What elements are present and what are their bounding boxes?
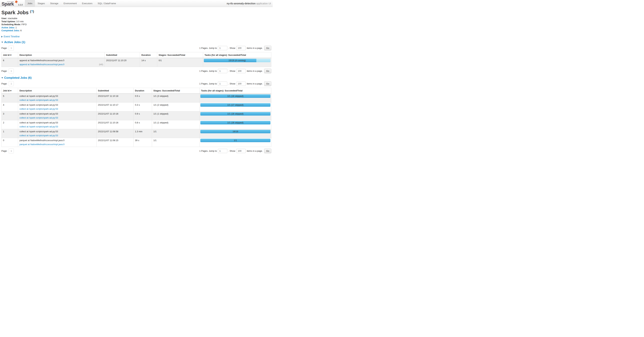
cell-job-id: 1	[2, 129, 18, 138]
go-button[interactable]: Go	[264, 69, 271, 73]
cell-submitted: 2022/11/07 11:08:15	[96, 138, 134, 147]
job-detail-link[interactable]: collect at /spark-scripts/spark-ad.py:53	[20, 116, 58, 119]
items-in-page-label: items in a page.	[247, 82, 263, 85]
job-detail-link[interactable]: collect at /spark-scripts/spark-ad.py:53	[20, 134, 58, 137]
active-jobs-section-title: Active Jobs (1)	[4, 40, 25, 44]
tab-jobs[interactable]: Jobs	[25, 0, 35, 7]
cell-duration: 0.9 s	[134, 111, 152, 120]
pagination-left: Page: 1	[2, 81, 14, 86]
summary-completed-jobs-link[interactable]: Completed Jobs:	[2, 29, 20, 32]
go-button[interactable]: Go	[264, 149, 271, 153]
column-header-tasks[interactable]: Tasks (for all stages): Succeeded/Total	[203, 52, 271, 58]
tab-executors[interactable]: Executors	[79, 0, 95, 7]
table-row-job-1: 1 collect at /spark-scripts/spark-ad.py:…	[2, 129, 271, 138]
page-number-button[interactable]: 1	[9, 81, 14, 86]
cell-description: collect at /spark-scripts/spark-ad.py:53…	[18, 93, 96, 102]
cell-tasks-progress: 1/1 (18 skipped)	[200, 93, 271, 102]
table-row-job-3: 3 collect at /spark-scripts/spark-ad.py:…	[2, 111, 271, 120]
cell-description: collect at /spark-scripts/spark-ad.py:53…	[18, 111, 96, 120]
cell-duration: 39 s	[134, 138, 152, 147]
tab-storage[interactable]: Storage	[48, 0, 61, 7]
cell-stages: 1/1 (1 skipped)	[152, 120, 200, 129]
cell-job-id: 2	[2, 120, 18, 129]
column-header-job-id[interactable]: Job Id ▾	[2, 52, 18, 58]
job-detail-link[interactable]: parquet at NativeMethodAccessorImpl.java…	[20, 143, 64, 146]
active-jobs-table: Job Id ▾ Description Submitted Duration …	[2, 52, 271, 67]
column-header-stages[interactable]: Stages: Succeeded/Total	[157, 52, 203, 58]
progress-label: 15/19 (4 running)	[204, 59, 270, 62]
page-title-text: Spark Jobs	[2, 10, 28, 15]
page-number-button[interactable]: 1	[9, 148, 14, 153]
job-detail-link[interactable]: collect at /spark-scripts/spark-ad.py:53	[20, 125, 58, 128]
cell-submitted: 2022/11/07 11:10:17	[96, 102, 134, 111]
cell-description: collect at /spark-scripts/spark-ad.py:53…	[18, 102, 96, 111]
show-label: . Show	[228, 150, 235, 152]
items-per-page-input[interactable]	[236, 69, 246, 73]
pagination-right: 1 Pages. Jump to . Show items in a page.…	[199, 46, 271, 50]
pagination-left: Page: 1	[2, 45, 14, 50]
cell-tasks-progress: 16/16	[200, 129, 271, 138]
column-header-duration[interactable]: Duration	[140, 52, 157, 58]
cell-duration: 0.3 s	[134, 102, 152, 111]
go-button[interactable]: Go	[264, 46, 271, 50]
column-header-duration[interactable]: Duration	[134, 88, 152, 93]
items-per-page-input[interactable]	[236, 149, 246, 153]
job-description-text: collect at /spark-scripts/spark-ad.py:53	[20, 130, 95, 133]
column-header-submitted[interactable]: Submitted	[96, 88, 134, 93]
column-header-description[interactable]: Description	[18, 88, 96, 93]
page-number-button[interactable]: 1	[9, 45, 14, 50]
column-header-stages[interactable]: Stages: Succeeded/Total	[152, 88, 200, 93]
tab-sql-dataframe[interactable]: SQL / DataFrame	[95, 0, 118, 7]
job-detail-link[interactable]: collect at /spark-scripts/spark-ad.py:53	[20, 108, 58, 110]
pagination-right: 1 Pages. Jump to . Show items in a page.…	[199, 69, 271, 73]
kill-job-link[interactable]: (kill)	[99, 63, 103, 66]
tasks-progress-bar: 16/16	[200, 130, 270, 133]
cell-tasks-progress: 15/19 (4 running)	[203, 58, 271, 67]
summary-active-jobs: Active Jobs: 1	[2, 26, 271, 29]
event-timeline-toggle[interactable]: Event Timeline	[2, 35, 271, 38]
tab-environment[interactable]: Environment	[61, 0, 80, 7]
table-row-active-job-6: 6 append at NativeMethodAccessorImpl.jav…	[2, 58, 271, 67]
column-header-job-id[interactable]: Job Id ▾	[2, 88, 18, 93]
cell-duration: 0.5 s	[134, 93, 152, 102]
pages-jump-label: 1 Pages. Jump to	[199, 70, 217, 72]
pages-jump-label: 1 Pages. Jump to	[199, 150, 217, 152]
pages-jump-label: 1 Pages. Jump to	[199, 82, 217, 85]
jump-to-page-input[interactable]	[218, 69, 227, 73]
cell-job-id: 0	[2, 138, 18, 147]
summary-active-jobs-link[interactable]: Active Jobs:	[2, 26, 15, 29]
help-question-mark: ?	[31, 10, 33, 13]
summary-user-label: User:	[2, 17, 7, 20]
column-header-description[interactable]: Description	[18, 52, 105, 58]
page-title: Spark Jobs (?)	[2, 10, 271, 15]
cell-description: collect at /spark-scripts/spark-ad.py:53…	[18, 120, 96, 129]
show-label: . Show	[228, 82, 235, 85]
spark-version-label: 3.3.0	[18, 4, 23, 7]
completed-jobs-section-title: Completed Jobs (6)	[4, 76, 32, 79]
jump-to-page-input[interactable]	[218, 149, 227, 153]
navbar: APACHE Spark ★ 3.3.0 Jobs Stages Storage…	[0, 0, 273, 7]
tab-stages[interactable]: Stages	[35, 0, 48, 7]
tasks-progress-bar: 1/1 (18 skipped)	[200, 94, 270, 98]
column-header-tasks[interactable]: Tasks (for all stages): Succeeded/Total	[200, 88, 271, 93]
summary-uptime: Total Uptime: 3.0 min	[2, 20, 271, 23]
pagination-row: Page: 1 1 Pages. Jump to . Show items in…	[2, 148, 271, 153]
show-label: . Show	[228, 70, 235, 72]
job-detail-link[interactable]: append at NativeMethodAccessorImpl.java:…	[20, 63, 64, 66]
cell-description: collect at /spark-scripts/spark-ad.py:53…	[18, 129, 96, 138]
items-per-page-input[interactable]	[236, 46, 246, 50]
job-detail-link[interactable]: collect at /spark-scripts/spark-ad.py:53	[20, 99, 58, 101]
job-description-text: collect at /spark-scripts/spark-ad.py:53	[20, 104, 95, 106]
column-header-submitted[interactable]: Submitted	[105, 52, 140, 58]
items-in-page-label: items in a page.	[247, 150, 263, 152]
jump-to-page-input[interactable]	[218, 81, 227, 86]
completed-jobs-table: Job Id ▾ Description Submitted Duration …	[2, 88, 271, 147]
active-jobs-section-header[interactable]: Active Jobs (1)	[2, 40, 271, 44]
items-per-page-input[interactable]	[236, 81, 246, 86]
help-marker[interactable]: (?)	[30, 10, 34, 13]
go-button[interactable]: Go	[264, 81, 271, 86]
page-number-button[interactable]: 1	[9, 68, 14, 73]
completed-jobs-section-header[interactable]: Completed Jobs (6)	[2, 76, 271, 80]
jump-to-page-input[interactable]	[218, 46, 227, 50]
job-description-text: collect at /spark-scripts/spark-ad.py:53	[20, 112, 95, 115]
